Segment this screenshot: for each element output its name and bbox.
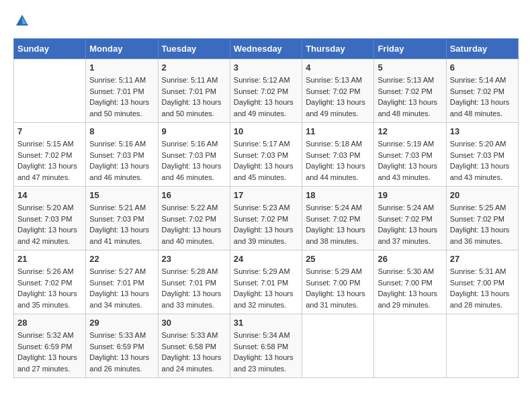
day-info: Sunrise: 5:13 AM Sunset: 7:02 PM Dayligh… [378,75,442,119]
day-cell: 22Sunrise: 5:27 AM Sunset: 7:01 PM Dayli… [86,250,158,314]
day-cell: 13Sunrise: 5:20 AM Sunset: 7:03 PM Dayli… [446,123,518,187]
day-number: 8 [89,126,154,136]
day-info: Sunrise: 5:11 AM Sunset: 7:01 PM Dayligh… [162,75,226,119]
day-info: Sunrise: 5:21 AM Sunset: 7:03 PM Dayligh… [89,202,154,246]
day-cell: 29Sunrise: 5:33 AM Sunset: 6:59 PM Dayli… [86,314,158,378]
day-number: 3 [234,62,298,73]
day-info: Sunrise: 5:20 AM Sunset: 7:03 PM Dayligh… [450,138,515,183]
day-cell: 5Sunrise: 5:13 AM Sunset: 7:02 PM Daylig… [374,59,446,123]
day-number: 2 [162,62,226,73]
day-number: 26 [378,254,442,264]
header-sunday: Sunday [14,39,86,59]
day-info: Sunrise: 5:26 AM Sunset: 7:02 PM Dayligh… [17,266,82,310]
day-number: 24 [234,254,298,264]
header-monday: Monday [86,39,158,59]
day-info: Sunrise: 5:32 AM Sunset: 6:59 PM Dayligh… [17,330,82,374]
day-info: Sunrise: 5:22 AM Sunset: 7:02 PM Dayligh… [162,202,226,246]
day-info: Sunrise: 5:33 AM Sunset: 6:58 PM Dayligh… [162,330,226,374]
day-cell: 15Sunrise: 5:21 AM Sunset: 7:03 PM Dayli… [86,187,158,250]
day-cell: 25Sunrise: 5:29 AM Sunset: 7:00 PM Dayli… [302,250,374,314]
day-info: Sunrise: 5:30 AM Sunset: 7:00 PM Dayligh… [378,266,442,310]
week-row-3: 14Sunrise: 5:20 AM Sunset: 7:03 PM Dayli… [14,187,519,250]
day-info: Sunrise: 5:34 AM Sunset: 6:58 PM Dayligh… [234,330,298,374]
day-cell: 20Sunrise: 5:25 AM Sunset: 7:02 PM Dayli… [446,187,518,250]
header-friday: Friday [374,39,446,59]
day-number: 25 [306,254,370,264]
header-saturday: Saturday [446,39,518,59]
day-cell: 18Sunrise: 5:24 AM Sunset: 7:02 PM Dayli… [302,187,374,250]
day-info: Sunrise: 5:29 AM Sunset: 7:00 PM Dayligh… [306,266,370,310]
day-number: 20 [450,190,515,200]
day-number: 28 [17,318,82,328]
header-tuesday: Tuesday [158,39,230,59]
day-cell: 19Sunrise: 5:24 AM Sunset: 7:02 PM Dayli… [374,187,446,250]
day-cell: 9Sunrise: 5:16 AM Sunset: 7:03 PM Daylig… [158,123,230,187]
header-row: SundayMondayTuesdayWednesdayThursdayFrid… [14,39,519,59]
day-cell: 30Sunrise: 5:33 AM Sunset: 6:58 PM Dayli… [158,314,230,378]
day-cell: 6Sunrise: 5:14 AM Sunset: 7:02 PM Daylig… [446,59,518,123]
day-cell: 23Sunrise: 5:28 AM Sunset: 7:01 PM Dayli… [158,250,230,314]
logo [13,13,30,28]
day-number: 18 [306,190,370,200]
day-number: 23 [162,254,226,264]
day-cell: 7Sunrise: 5:15 AM Sunset: 7:02 PM Daylig… [14,123,86,187]
day-info: Sunrise: 5:28 AM Sunset: 7:01 PM Dayligh… [162,266,226,310]
day-info: Sunrise: 5:17 AM Sunset: 7:03 PM Dayligh… [234,138,298,183]
day-info: Sunrise: 5:11 AM Sunset: 7:01 PM Dayligh… [89,75,154,119]
day-number: 27 [450,254,515,264]
day-number: 21 [17,254,82,264]
day-info: Sunrise: 5:12 AM Sunset: 7:02 PM Dayligh… [234,75,298,119]
day-cell: 14Sunrise: 5:20 AM Sunset: 7:03 PM Dayli… [14,187,86,250]
day-number: 13 [450,126,515,136]
day-number: 15 [89,190,154,200]
day-cell: 31Sunrise: 5:34 AM Sunset: 6:58 PM Dayli… [230,314,302,378]
day-cell: 8Sunrise: 5:16 AM Sunset: 7:03 PM Daylig… [86,123,158,187]
day-info: Sunrise: 5:29 AM Sunset: 7:01 PM Dayligh… [234,266,298,310]
day-info: Sunrise: 5:14 AM Sunset: 7:02 PM Dayligh… [450,75,515,119]
day-info: Sunrise: 5:25 AM Sunset: 7:02 PM Dayligh… [450,202,515,246]
day-number: 1 [89,62,154,73]
day-info: Sunrise: 5:16 AM Sunset: 7:03 PM Dayligh… [89,138,154,183]
day-number: 31 [234,318,298,328]
header-wednesday: Wednesday [230,39,302,59]
day-info: Sunrise: 5:27 AM Sunset: 7:01 PM Dayligh… [89,266,154,310]
day-number: 14 [17,190,82,200]
day-number: 16 [162,190,226,200]
day-number: 6 [450,62,515,73]
day-info: Sunrise: 5:19 AM Sunset: 7:03 PM Dayligh… [378,138,442,183]
day-info: Sunrise: 5:23 AM Sunset: 7:02 PM Dayligh… [234,202,298,246]
week-row-4: 21Sunrise: 5:26 AM Sunset: 7:02 PM Dayli… [14,250,519,314]
day-cell: 10Sunrise: 5:17 AM Sunset: 7:03 PM Dayli… [230,123,302,187]
day-info: Sunrise: 5:15 AM Sunset: 7:02 PM Dayligh… [17,138,82,183]
day-cell: 2Sunrise: 5:11 AM Sunset: 7:01 PM Daylig… [158,59,230,123]
day-info: Sunrise: 5:24 AM Sunset: 7:02 PM Dayligh… [378,202,442,246]
day-info: Sunrise: 5:33 AM Sunset: 6:59 PM Dayligh… [89,330,154,374]
calendar-table: SundayMondayTuesdayWednesdayThursdayFrid… [13,38,519,378]
day-info: Sunrise: 5:16 AM Sunset: 7:03 PM Dayligh… [162,138,226,183]
logo-icon [15,13,30,28]
day-cell: 21Sunrise: 5:26 AM Sunset: 7:02 PM Dayli… [14,250,86,314]
week-row-5: 28Sunrise: 5:32 AM Sunset: 6:59 PM Dayli… [14,314,519,378]
day-cell: 26Sunrise: 5:30 AM Sunset: 7:00 PM Dayli… [374,250,446,314]
day-cell: 27Sunrise: 5:31 AM Sunset: 7:00 PM Dayli… [446,250,518,314]
day-cell [14,59,86,123]
day-cell: 3Sunrise: 5:12 AM Sunset: 7:02 PM Daylig… [230,59,302,123]
day-cell [446,314,518,378]
day-cell: 16Sunrise: 5:22 AM Sunset: 7:02 PM Dayli… [158,187,230,250]
day-cell: 4Sunrise: 5:13 AM Sunset: 7:02 PM Daylig… [302,59,374,123]
day-number: 17 [234,190,298,200]
week-row-1: 1Sunrise: 5:11 AM Sunset: 7:01 PM Daylig… [14,59,519,123]
header-thursday: Thursday [302,39,374,59]
day-number: 7 [17,126,82,136]
day-number: 22 [89,254,154,264]
day-number: 10 [234,126,298,136]
day-number: 12 [378,126,442,136]
day-number: 29 [89,318,154,328]
week-row-2: 7Sunrise: 5:15 AM Sunset: 7:02 PM Daylig… [14,123,519,187]
day-info: Sunrise: 5:20 AM Sunset: 7:03 PM Dayligh… [17,202,82,246]
day-info: Sunrise: 5:13 AM Sunset: 7:02 PM Dayligh… [306,75,370,119]
day-number: 5 [378,62,442,73]
day-cell: 17Sunrise: 5:23 AM Sunset: 7:02 PM Dayli… [230,187,302,250]
day-info: Sunrise: 5:31 AM Sunset: 7:00 PM Dayligh… [450,266,515,310]
day-info: Sunrise: 5:24 AM Sunset: 7:02 PM Dayligh… [306,202,370,246]
